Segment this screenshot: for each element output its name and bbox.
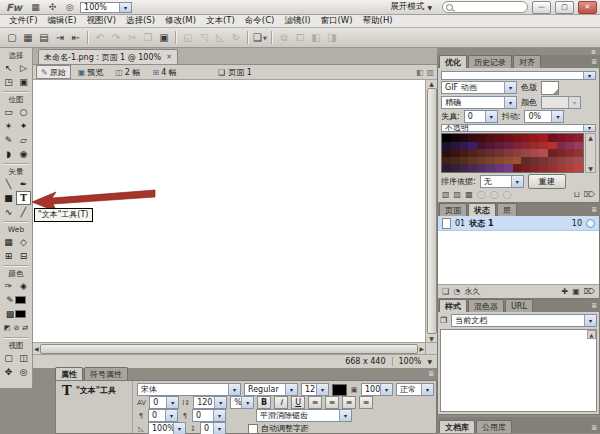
rubber-stamp-tool[interactable]: ◉ (16, 147, 31, 161)
tab-common-library[interactable]: 公用库 (476, 420, 512, 433)
palette-swatch[interactable] (539, 142, 548, 150)
font-size-select[interactable]: 12 (301, 383, 329, 396)
palette-swatch[interactable] (574, 164, 583, 172)
palette-swatch[interactable] (521, 142, 530, 150)
palette-swatch[interactable] (565, 134, 574, 142)
indent-select[interactable]: 0 (148, 409, 178, 422)
palette-swatch[interactable] (548, 149, 557, 157)
document-icon[interactable]: ▦ (29, 2, 42, 12)
export-format-select[interactable]: GIF 动画 (441, 81, 517, 94)
hide-slices-tool[interactable]: ⊟ (16, 249, 31, 263)
palette-swatch[interactable] (486, 149, 495, 157)
palette-swatch[interactable] (468, 142, 477, 150)
paint-bucket-tool[interactable]: ◈ (16, 279, 31, 293)
scale-tool[interactable]: ◳ (1, 75, 16, 89)
palette-swatch[interactable] (557, 149, 566, 157)
palette-swatch[interactable] (451, 149, 460, 157)
palette-swatch[interactable] (451, 164, 460, 172)
opacity-select[interactable]: 100 (361, 383, 393, 396)
palette-swatch[interactable] (486, 157, 495, 165)
states-option-icon[interactable]: ❏ (442, 287, 449, 296)
palette-swatch[interactable] (521, 149, 530, 157)
panel-menu-icon[interactable]: ≣ (591, 58, 597, 66)
menu-edit[interactable]: 编辑(E) (43, 15, 82, 27)
palette-swatch[interactable] (557, 164, 566, 172)
palette-swatch[interactable] (451, 134, 460, 142)
leading-unit-select[interactable]: % (230, 396, 254, 409)
palette-swatch[interactable] (539, 164, 548, 172)
menu-window[interactable]: 窗口(W) (316, 15, 358, 27)
palette-swatch[interactable] (477, 164, 486, 172)
canvas-zoom-level[interactable]: 100% (399, 357, 422, 366)
tab-document-library[interactable]: 文档库 (439, 420, 475, 433)
palette-swatch[interactable] (521, 157, 530, 165)
auto-kern-checkbox[interactable] (248, 424, 258, 434)
palette-swatch[interactable] (539, 149, 548, 157)
zoom-tool[interactable]: ◎ (16, 365, 31, 379)
dither-select[interactable]: 0% (524, 110, 564, 123)
palette-swatch[interactable] (530, 157, 539, 165)
blur-tool[interactable]: ◗ (1, 147, 16, 161)
palette-swatch[interactable] (460, 149, 469, 157)
tab-color-mixer[interactable]: 混色器 (468, 299, 504, 312)
palette-swatch[interactable] (513, 149, 522, 157)
align-right-button[interactable]: ≡ (342, 396, 356, 409)
italic-button[interactable]: I (274, 396, 288, 409)
palette-swatch[interactable] (460, 142, 469, 150)
menu-modify[interactable]: 修改(M) (160, 15, 201, 27)
preview-4up-button[interactable]: ⊞4 幅 (147, 65, 181, 79)
palette-swatch[interactable] (442, 149, 451, 157)
palette-swatch[interactable] (468, 157, 477, 165)
knife-tool[interactable]: ╱ (16, 205, 31, 219)
palette-swatch[interactable] (486, 134, 495, 142)
zoom-icon[interactable]: ◎ (63, 2, 76, 12)
subselection-tool[interactable]: ▷ (16, 61, 31, 75)
palette-swatch[interactable] (548, 164, 557, 172)
pencil-tool[interactable]: ✎ (1, 133, 16, 147)
font-family-select[interactable]: 宋体 (137, 383, 241, 396)
state-row[interactable]: 01状态 110 (438, 216, 599, 231)
export-icon[interactable]: ⇤ (68, 30, 84, 45)
tab-symbol-properties[interactable]: 符号属性 (84, 367, 128, 380)
lasso-tool[interactable]: ○ (16, 105, 31, 119)
fill-color-well-chip[interactable] (15, 310, 26, 318)
palette-swatch[interactable] (495, 142, 504, 150)
scroll-down-icon[interactable]: ▼ (429, 335, 434, 342)
scroll-left-icon[interactable]: ◀ (34, 345, 39, 352)
optimize-option-icon[interactable]: ▨ (454, 190, 462, 199)
onion-skin-icon[interactable] (586, 219, 595, 228)
standard-screen-icon[interactable]: ▢ (1, 351, 16, 365)
palette-swatch[interactable] (477, 149, 486, 157)
bold-button[interactable]: B (257, 396, 271, 409)
zoom-select[interactable]: 100% (80, 2, 132, 13)
palette-swatch[interactable] (565, 149, 574, 157)
palette-swatch[interactable] (548, 157, 557, 165)
tab-history[interactable]: 历史记录 (468, 55, 512, 68)
tab-styles[interactable]: 样式 (439, 299, 467, 312)
panel-menu-icon[interactable]: ≣ (428, 370, 434, 378)
palette-swatch[interactable] (495, 164, 504, 172)
minimize-button[interactable]: — (532, 1, 551, 14)
expand-mode-button[interactable]: 展开模式▼ (384, 1, 438, 13)
palette-swatch[interactable] (486, 164, 495, 172)
palette-swatch[interactable] (442, 142, 451, 150)
new-icon[interactable]: ▢ (4, 30, 20, 45)
palette-swatch[interactable] (504, 164, 513, 172)
tab-optimize[interactable]: 优化 (439, 55, 467, 68)
states-option-icon[interactable]: ◔ (453, 287, 460, 296)
menu-text[interactable]: 文本(T) (201, 15, 240, 27)
palette-swatch[interactable] (530, 142, 539, 150)
palette-swatch[interactable] (468, 164, 477, 172)
palette-swatch[interactable] (495, 157, 504, 165)
default-colors-icon[interactable]: ◩ (3, 324, 12, 332)
palette-swatch[interactable] (574, 149, 583, 157)
palette-swatch[interactable] (574, 134, 583, 142)
palette-swatch[interactable] (477, 142, 486, 150)
horizontal-scrollbar[interactable]: ◀ ▶ (33, 342, 425, 354)
palette-swatch[interactable] (460, 157, 469, 165)
palette-swatch[interactable] (539, 134, 548, 142)
baseline-shift-select[interactable]: 0 (200, 422, 226, 434)
brush-tool[interactable]: ✦ (16, 119, 31, 133)
state-delay[interactable]: 10 (572, 219, 582, 228)
polygon-hotspot-tool[interactable]: ◇ (16, 235, 31, 249)
